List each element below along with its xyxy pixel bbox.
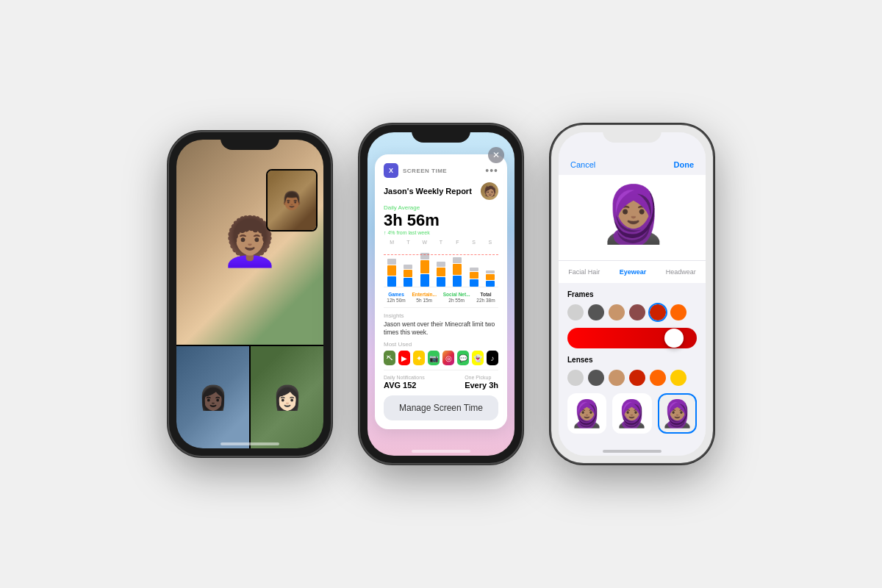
user-avatar: 🧑🏽 bbox=[481, 182, 498, 200]
iphone-memoji: Cancel Done 🧕🏽 Facial Hair Eyewear Headw… bbox=[551, 125, 713, 463]
frame-color-silver[interactable] bbox=[567, 304, 584, 320]
lens-color-yellow[interactable] bbox=[670, 370, 686, 386]
facetime-person-bottom-left: 👩🏿 bbox=[176, 346, 249, 448]
memoji-category-tabs: Facial Hair Eyewear Headwear bbox=[559, 260, 706, 283]
home-bar-2 bbox=[412, 450, 470, 453]
tab-eyewear[interactable]: Eyewear bbox=[615, 267, 651, 277]
lens-color-tan[interactable] bbox=[609, 370, 625, 386]
app-facetime-icon[interactable]: 📷 bbox=[428, 351, 440, 365]
memoji-main-face: 🧕🏽 bbox=[599, 183, 668, 245]
memoji-variants: 🧕🏽 🧕🏽 🧕🏽 bbox=[567, 393, 697, 434]
chart-days: M T W T F S S bbox=[384, 240, 498, 245]
bar-s2 bbox=[483, 270, 498, 287]
facetime-thumbnail: 👨🏾 bbox=[266, 169, 318, 232]
app-messages[interactable]: 💬 bbox=[457, 351, 469, 365]
lens-color-red[interactable] bbox=[629, 370, 645, 386]
frames-title: Frames bbox=[567, 290, 697, 298]
screentime-title-label: SCREEN TIME bbox=[403, 168, 447, 174]
frame-color-red[interactable] bbox=[650, 304, 666, 320]
legend-total: Total 22h 38m bbox=[476, 292, 495, 303]
home-bar-3 bbox=[603, 450, 662, 453]
phones-container: 👨🏾 👩🏽‍🦱 👩🏿 👩🏻 bbox=[154, 110, 728, 478]
app-tiktok[interactable]: ♪ bbox=[487, 351, 498, 365]
memoji-screen: Cancel Done 🧕🏽 Facial Hair Eyewear Headw… bbox=[559, 132, 706, 456]
facetime-screen: 👨🏾 👩🏽‍🦱 👩🏿 👩🏻 bbox=[176, 140, 323, 448]
bar-t1 bbox=[401, 265, 415, 287]
tab-facial-hair[interactable]: Facial Hair bbox=[564, 267, 604, 277]
screentime-screen: ✕ X SCREEN TIME ••• Jason's Weekly Repor… bbox=[368, 132, 514, 456]
lenses-title: Lenses bbox=[567, 356, 697, 364]
facetime-person-bottom-right: 👩🏻 bbox=[251, 346, 323, 448]
screentime-app-icon: X bbox=[384, 163, 398, 178]
bar-f bbox=[450, 257, 465, 287]
divider-2 bbox=[384, 370, 498, 370]
facetime-person-small: 👨🏾 bbox=[268, 171, 316, 230]
daily-notifications: Daily Notifications AVG 152 bbox=[384, 375, 425, 390]
frame-color-tan[interactable] bbox=[609, 304, 625, 320]
home-bar-1 bbox=[220, 442, 279, 445]
report-title: Jason's Weekly Report bbox=[384, 187, 472, 196]
screentime-header: X SCREEN TIME ••• bbox=[384, 163, 498, 178]
bar-w bbox=[417, 253, 432, 287]
usage-chart: M T W T F S S bbox=[384, 240, 498, 287]
frame-color-orange[interactable] bbox=[670, 304, 686, 320]
app-pokemon[interactable]: ✦ bbox=[413, 351, 425, 365]
lens-colors bbox=[567, 370, 697, 386]
memoji-content: Frames Lenses bbox=[559, 283, 706, 456]
iphone-facetime: 👨🏾 👩🏽‍🦱 👩🏿 👩🏻 bbox=[169, 132, 331, 456]
bar-m bbox=[384, 259, 399, 287]
most-used-title: Most Used bbox=[384, 341, 498, 348]
memoji-preview: 🧕🏽 bbox=[559, 175, 706, 260]
cancel-button[interactable]: Cancel bbox=[570, 160, 595, 169]
bar-t2 bbox=[434, 262, 448, 287]
variant-3[interactable]: 🧕🏽 bbox=[658, 393, 697, 434]
daily-label: Daily Average bbox=[384, 204, 498, 211]
app-minecraft[interactable]: ⛏ bbox=[384, 351, 395, 365]
legend-games: Games 12h 50m bbox=[387, 292, 405, 303]
done-button[interactable]: Done bbox=[674, 160, 695, 169]
screentime-dots[interactable]: ••• bbox=[485, 165, 498, 176]
screentime-header-left: X SCREEN TIME bbox=[384, 163, 447, 178]
notifications-row: Daily Notifications AVG 152 One Pickup E… bbox=[384, 375, 498, 390]
screentime-card: X SCREEN TIME ••• Jason's Weekly Report … bbox=[375, 154, 507, 429]
slider-thumb[interactable] bbox=[664, 329, 684, 348]
frame-colors bbox=[567, 304, 697, 320]
dashed-line bbox=[384, 254, 498, 255]
lens-color-charcoal[interactable] bbox=[588, 370, 604, 386]
app-youtube[interactable]: ▶ bbox=[398, 351, 410, 365]
tab-headwear[interactable]: Headwear bbox=[662, 267, 700, 277]
notch-2 bbox=[412, 125, 470, 143]
app-snapchat[interactable]: 👻 bbox=[472, 351, 484, 365]
frame-color-charcoal[interactable] bbox=[588, 304, 604, 320]
variant-1[interactable]: 🧕🏽 bbox=[567, 393, 606, 434]
close-button[interactable]: ✕ bbox=[488, 147, 504, 163]
lens-color-silver[interactable] bbox=[567, 370, 584, 386]
notch-1 bbox=[220, 132, 279, 150]
divider-1 bbox=[384, 307, 498, 308]
insights-title: Insights bbox=[384, 312, 498, 319]
legend-social: Social Net... 2h 55m bbox=[443, 292, 470, 303]
report-header: Jason's Weekly Report 🧑🏽 bbox=[384, 182, 498, 200]
variant-2[interactable]: 🧕🏽 bbox=[612, 393, 651, 434]
frame-slider bbox=[567, 328, 697, 348]
app-icons-row: ⛏ ▶ ✦ 📷 ◎ 💬 👻 ♪ bbox=[384, 351, 498, 365]
iphone-screentime: ✕ X SCREEN TIME ••• Jason's Weekly Repor… bbox=[360, 125, 522, 463]
lens-color-orange[interactable] bbox=[650, 370, 666, 386]
frame-color-brown[interactable] bbox=[629, 304, 645, 320]
pct-change: ↑ 4% from last week bbox=[384, 230, 498, 235]
legend-entertainment: Entertain... 5h 15m bbox=[412, 292, 437, 303]
app-instagram[interactable]: ◎ bbox=[442, 351, 454, 365]
chart-legend: Games 12h 50m Entertain... 5h 15m Social… bbox=[384, 292, 498, 303]
insights-text: Jason went over their Minecraft limit tw… bbox=[384, 320, 498, 337]
chart-bars bbox=[384, 247, 498, 287]
memoji-head: 🧕🏽 bbox=[599, 187, 665, 253]
daily-time: 3h 56m bbox=[384, 212, 498, 229]
bar-s1 bbox=[467, 268, 481, 287]
one-pickup: One Pickup Every 3h bbox=[465, 375, 498, 390]
notch-3 bbox=[603, 125, 662, 143]
slider-track[interactable] bbox=[567, 328, 697, 348]
manage-screen-time-button[interactable]: Manage Screen Time bbox=[384, 395, 498, 420]
